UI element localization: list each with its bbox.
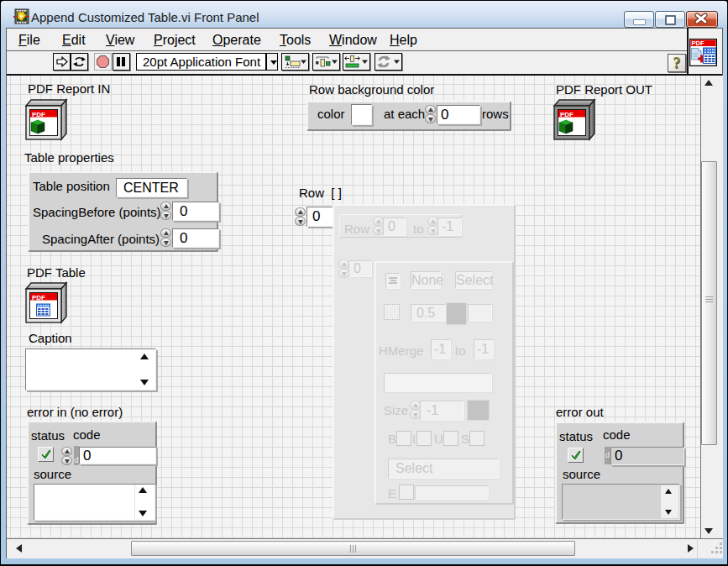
svg-text:PDF: PDF: [560, 111, 573, 118]
svg-text:PDF: PDF: [32, 111, 45, 118]
svg-text:PDF: PDF: [692, 39, 704, 47]
svg-text:PDF: PDF: [32, 294, 45, 301]
